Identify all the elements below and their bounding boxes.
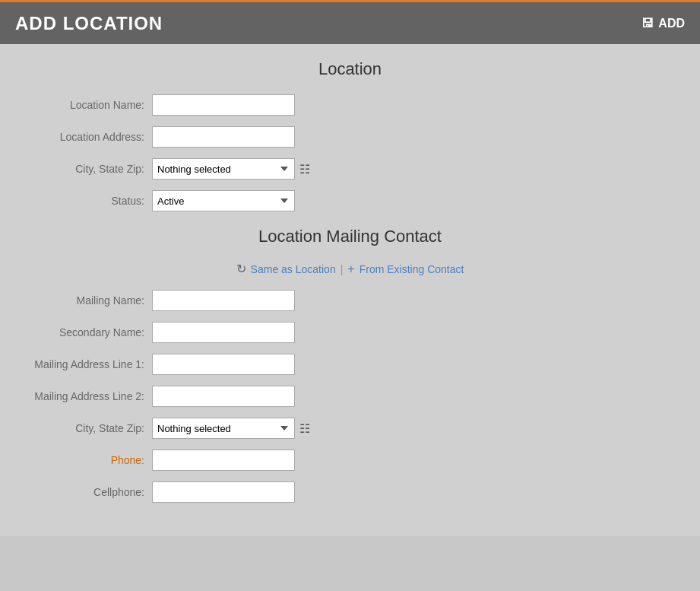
location-address-group: Location Address:	[30, 126, 670, 148]
location-section-title: Location	[30, 59, 670, 79]
mailing-city-state-zip-label: City, State Zip:	[30, 422, 152, 434]
plus-icon: +	[347, 262, 354, 276]
mailing-city-state-zip-select[interactable]: Nothing selected	[152, 418, 295, 439]
add-icon: 🖫	[641, 17, 654, 30]
mailing-address-line1-group: Mailing Address Line 1:	[30, 354, 670, 375]
page-title: ADD LOCATION	[15, 13, 163, 34]
mailing-name-input[interactable]	[152, 290, 295, 311]
mailing-address-line2-label: Mailing Address Line 2:	[30, 390, 152, 402]
contact-actions: ↻ Same as Location | + From Existing Con…	[30, 262, 670, 276]
mailing-section-title: Location Mailing Contact	[30, 227, 670, 246]
mailing-name-label: Mailing Name:	[30, 294, 152, 307]
pipe-divider: |	[340, 263, 344, 275]
location-address-input[interactable]	[152, 126, 295, 148]
list-icon[interactable]: ☷	[299, 162, 310, 176]
app-header: ADD LOCATION 🖫 ADD	[0, 0, 700, 44]
mailing-address-line2-group: Mailing Address Line 2:	[30, 386, 670, 407]
from-existing-contact-link[interactable]: From Existing Contact	[360, 263, 464, 275]
location-city-state-zip-label: City, State Zip:	[30, 163, 152, 175]
location-status-group: Status: Active Inactive	[30, 190, 670, 211]
location-name-group: Location Name:	[30, 94, 670, 116]
cellphone-group: Cellphone:	[30, 481, 670, 503]
location-name-input[interactable]	[152, 94, 295, 116]
location-city-state-zip-group: City, State Zip: Nothing selected ☷	[30, 158, 670, 180]
location-status-label: Status:	[30, 195, 152, 207]
mailing-address-line1-label: Mailing Address Line 1:	[30, 358, 152, 370]
mailing-city-state-zip-wrapper: Nothing selected ☷	[152, 418, 310, 439]
main-content: Location Location Name: Location Address…	[0, 44, 700, 536]
phone-group: Phone:	[30, 450, 670, 471]
mailing-city-state-zip-group: City, State Zip: Nothing selected ☷	[30, 418, 670, 439]
same-as-location-link[interactable]: Same as Location	[251, 263, 336, 275]
cellphone-label: Cellphone:	[30, 486, 152, 498]
mailing-address-line1-input[interactable]	[152, 354, 295, 375]
mailing-name-group: Mailing Name:	[30, 290, 670, 311]
secondary-name-group: Secondary Name:	[30, 322, 670, 343]
cellphone-input[interactable]	[152, 481, 295, 503]
location-status-select[interactable]: Active Inactive	[152, 190, 295, 211]
phone-label: Phone:	[30, 454, 152, 466]
mailing-list-icon[interactable]: ☷	[299, 421, 310, 436]
location-name-label: Location Name:	[30, 99, 152, 111]
refresh-icon[interactable]: ↻	[236, 262, 246, 276]
mailing-address-line2-input[interactable]	[152, 386, 295, 407]
secondary-name-label: Secondary Name:	[30, 326, 152, 338]
add-button[interactable]: 🖫 ADD	[641, 17, 685, 30]
location-address-label: Location Address:	[30, 131, 152, 143]
location-city-state-zip-select[interactable]: Nothing selected	[152, 158, 295, 180]
location-city-state-zip-wrapper: Nothing selected ☷	[152, 158, 310, 180]
secondary-name-input[interactable]	[152, 322, 295, 343]
phone-input[interactable]	[152, 450, 295, 471]
